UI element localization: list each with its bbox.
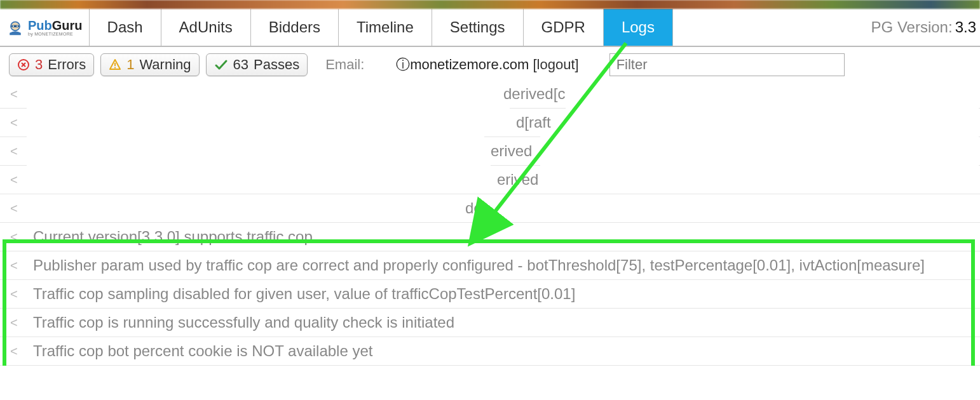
tab-settings[interactable]: Settings [432, 9, 524, 46]
log-text: Traffic cop sampling disabled for given … [33, 285, 575, 302]
tab-adunits[interactable]: AdUnits [161, 9, 251, 46]
redaction-mask [540, 136, 979, 164]
warn-count: 1 [126, 57, 134, 73]
status-warnings-pill[interactable]: 1 Warning [100, 53, 199, 76]
chevron-left-icon: < [10, 316, 18, 330]
tab-gdpr[interactable]: GDPR [524, 9, 604, 46]
nav-spacer [673, 9, 868, 46]
toolbar: 3 Errors 1 Warning 63 Passes Email: ⓘmon… [0, 47, 980, 80]
svg-rect-2 [11, 25, 19, 28]
redaction-mask [27, 136, 484, 164]
tab-bidders[interactable]: Bidders [251, 9, 339, 46]
log-row[interactable]: < Traffic cop sampling disabled for give… [0, 280, 980, 309]
email-value: ⓘmonetizemore.com [logout] [396, 55, 578, 74]
chevron-left-icon: < [10, 173, 18, 187]
redaction-mask [489, 194, 979, 222]
header-colorstrip [0, 0, 980, 9]
chevron-left-icon: < [10, 230, 18, 244]
version-value: 3.3 [955, 18, 976, 36]
logo-brand-b: Guru [52, 18, 83, 32]
svg-point-4 [17, 25, 18, 27]
chevron-left-icon: < [10, 201, 18, 216]
filter-input[interactable] [609, 53, 845, 76]
status-errors-pill[interactable]: 3 Errors [9, 53, 94, 76]
version-label: PG Version: 3.3 [868, 9, 980, 46]
log-row[interactable]: < Publisher param used by traffic cop ar… [0, 251, 980, 280]
redaction-mask [27, 105, 510, 133]
warn-label: Warning [139, 57, 191, 73]
log-row[interactable]: < Current version[3.3.0] supports traffi… [0, 223, 980, 251]
log-row[interactable]: < Traffic cop bot percent cookie is NOT … [0, 337, 980, 366]
version-label-text: PG Version: [871, 18, 953, 36]
chevron-left-icon: < [10, 144, 18, 159]
guru-icon [6, 18, 24, 36]
logo-text: PubGuru by MONETIZEMORE [28, 19, 83, 36]
errors-count: 3 [35, 57, 43, 73]
svg-rect-7 [114, 67, 116, 69]
tab-logs[interactable]: Logs [604, 9, 673, 46]
tab-timeline[interactable]: Timeline [339, 9, 432, 46]
chevron-left-icon: < [10, 344, 18, 359]
tab-dash[interactable]: Dash [90, 9, 161, 46]
logo-subtitle: by MONETIZEMORE [28, 32, 83, 36]
log-text: Current version[3.3.0] supports traffic … [33, 228, 313, 245]
error-icon [17, 58, 30, 71]
log-row[interactable]: < Traffic cop is running successfully an… [0, 309, 980, 337]
redaction-mask [566, 105, 979, 133]
redaction-mask [27, 194, 454, 222]
email-domain: monetizemore.com [410, 57, 529, 72]
chevron-left-icon: < [10, 287, 18, 302]
svg-rect-6 [114, 63, 116, 66]
log-text: Publisher param used by traffic cop are … [33, 257, 925, 274]
nav-bar: PubGuru by MONETIZEMORE Dash AdUnits Bid… [0, 9, 980, 47]
logo-brand-a: Pub [28, 18, 52, 32]
logout-link[interactable]: [logout] [533, 57, 578, 72]
status-passes-pill[interactable]: 63 Passes [206, 53, 308, 76]
chevron-left-icon: < [10, 116, 18, 130]
redaction-mask [27, 165, 491, 193]
warning-icon [109, 58, 121, 71]
chevron-left-icon: < [10, 258, 18, 273]
chevron-left-icon: < [10, 87, 18, 102]
redaction-mask [540, 165, 979, 193]
errors-label: Errors [48, 57, 86, 73]
logs-area: < derived[c < d[raft < erived < erived <… [0, 80, 980, 366]
log-text: Traffic cop bot percent cookie is NOT av… [33, 342, 372, 359]
email-label: Email: [325, 57, 364, 73]
passes-count: 63 [233, 57, 248, 73]
check-icon [214, 58, 228, 72]
svg-point-3 [13, 25, 14, 27]
email-prefix-icon: ⓘ [396, 57, 410, 72]
log-text: Traffic cop is running successfully and … [33, 314, 454, 331]
logo[interactable]: PubGuru by MONETIZEMORE [0, 9, 90, 46]
passes-label: Passes [254, 57, 299, 73]
